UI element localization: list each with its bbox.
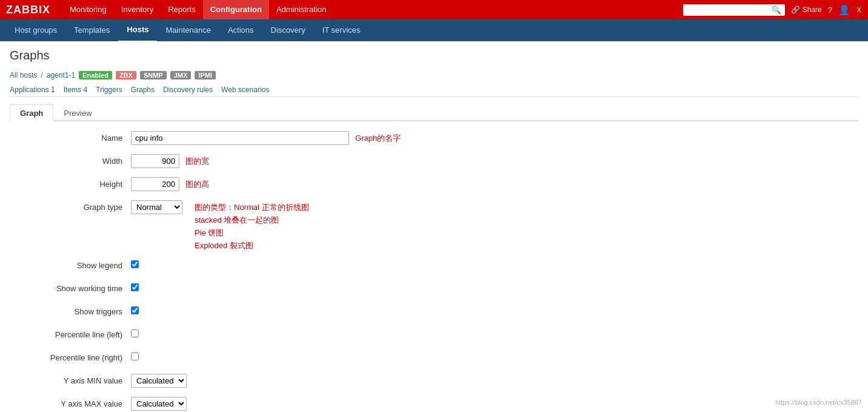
- height-annotation: 图的高: [185, 177, 209, 190]
- y-axis-max-select[interactable]: Calculated Fixed Item: [131, 397, 187, 411]
- height-row: Height 图的高: [22, 177, 846, 193]
- footer-watermark: https://blog.csdn.net/cx35887: [775, 399, 862, 406]
- nav-inventory[interactable]: Inventory: [114, 0, 161, 19]
- graph-type-label: Graph type: [22, 200, 131, 212]
- host-tab-graphs[interactable]: Graphs: [131, 86, 155, 94]
- y-axis-max-row: Y axis MAX value Calculated Fixed Item: [22, 397, 846, 412]
- nav-administration[interactable]: Administration: [269, 0, 333, 19]
- host-tab-applications[interactable]: Applications 1: [10, 86, 55, 94]
- search-box[interactable]: 🔍: [683, 4, 785, 16]
- show-legend-checkbox[interactable]: [131, 260, 139, 268]
- show-working-time-label: Show working time: [22, 282, 131, 293]
- page-content: Graphs All hosts / agent1-1 Enabled ZBX …: [0, 41, 868, 412]
- subnav-discovery[interactable]: Discovery: [262, 19, 314, 41]
- breadcrumb-all-hosts[interactable]: All hosts: [10, 71, 37, 79]
- show-legend-row: Show legend: [22, 258, 846, 274]
- percentile-left-label: Percentile line (left): [22, 328, 131, 339]
- percentile-right-wrap: [131, 351, 139, 360]
- width-row: Width 图的宽: [22, 154, 846, 170]
- host-tab-discovery-rules[interactable]: Discovery rules: [163, 86, 213, 94]
- show-working-time-row: Show working time: [22, 282, 846, 297]
- breadcrumb: All hosts / agent1-1 Enabled ZBX SNMP JM…: [10, 71, 858, 79]
- host-tab-items[interactable]: Items 4: [64, 86, 87, 94]
- name-label: Name: [22, 131, 131, 143]
- height-input[interactable]: [131, 177, 179, 191]
- percentile-left-wrap: [131, 328, 139, 337]
- logo: ZABBIX: [6, 4, 50, 16]
- percentile-right-row: Percentile line (right): [22, 351, 846, 366]
- show-legend-wrap: [131, 258, 139, 268]
- width-label: Width: [22, 154, 131, 166]
- jmx-badge: JMX: [170, 71, 192, 79]
- subnav-host-groups[interactable]: Host groups: [6, 19, 65, 41]
- graph-type-select[interactable]: Normal Stacked Pie Exploded: [131, 200, 182, 214]
- help-icon[interactable]: ?: [828, 5, 832, 15]
- host-tabs: Applications 1 Items 4 Triggers Graphs D…: [10, 86, 858, 97]
- subnav-templates[interactable]: Templates: [65, 19, 118, 41]
- name-row: Name Graph的名字: [22, 131, 846, 147]
- name-input[interactable]: [131, 131, 349, 145]
- top-bar: ZABBIX Monitoring Inventory Reports Conf…: [0, 0, 868, 19]
- percentile-left-checkbox[interactable]: [131, 329, 139, 337]
- percentile-left-row: Percentile line (left): [22, 328, 846, 343]
- subnav-actions[interactable]: Actions: [219, 19, 262, 41]
- search-icon[interactable]: 🔍: [772, 5, 781, 15]
- form-section: Name Graph的名字 Width 图的宽 Height 图的高 Graph…: [10, 131, 858, 412]
- ipmi-badge: IPMI: [195, 71, 216, 79]
- percentile-right-label: Percentile line (right): [22, 351, 131, 362]
- show-working-time-wrap: [131, 282, 139, 291]
- enabled-badge: Enabled: [79, 71, 112, 79]
- name-annotation: Graph的名字: [355, 131, 401, 144]
- percentile-right-checkbox[interactable]: [131, 353, 139, 360]
- show-triggers-wrap: [131, 305, 139, 314]
- tab-graph[interactable]: Graph: [10, 104, 53, 121]
- show-triggers-label: Show triggers: [22, 305, 131, 316]
- nav-monitoring[interactable]: Monitoring: [62, 0, 114, 19]
- top-right: 🔍 🔗 Share ? 👤 ☓: [683, 4, 862, 16]
- show-working-time-checkbox[interactable]: [131, 283, 139, 291]
- graph-type-row: Graph type Normal Stacked Pie Exploded 图…: [22, 200, 846, 251]
- page-title: Graphs: [10, 49, 858, 62]
- width-input[interactable]: [131, 154, 179, 168]
- y-axis-min-label: Y axis MIN value: [22, 374, 131, 385]
- host-tab-web-scenarios[interactable]: Web scenarios: [221, 86, 269, 94]
- y-axis-min-row: Y axis MIN value Calculated Fixed Item: [22, 374, 846, 390]
- graph-type-annotation-stacked: stacked 堆叠在一起的图: [195, 213, 309, 226]
- subnav-maintenance[interactable]: Maintenance: [157, 19, 219, 41]
- host-tab-triggers[interactable]: Triggers: [96, 86, 122, 94]
- subnav-hosts[interactable]: Hosts: [118, 19, 157, 42]
- graph-type-annotation-pie: Pie 饼图: [195, 226, 309, 238]
- search-input[interactable]: [687, 5, 772, 14]
- y-axis-min-select[interactable]: Calculated Fixed Item: [131, 374, 187, 388]
- user-icon[interactable]: 👤: [838, 4, 850, 16]
- height-label: Height: [22, 177, 131, 189]
- breadcrumb-separator: /: [41, 71, 42, 79]
- share-link[interactable]: 🔗 Share: [791, 5, 821, 14]
- sub-nav: Host groups Templates Hosts Maintenance …: [0, 19, 868, 41]
- graph-type-annotation-normal: 图的类型：Normal 正常的折线图: [195, 200, 309, 213]
- top-nav: Monitoring Inventory Reports Configurati…: [62, 0, 683, 19]
- tab-preview[interactable]: Preview: [53, 104, 102, 121]
- breadcrumb-host[interactable]: agent1-1: [47, 71, 75, 79]
- show-triggers-checkbox[interactable]: [131, 306, 139, 314]
- graph-type-annotation-exploded: Exploded 裂式图: [195, 238, 309, 251]
- nav-reports[interactable]: Reports: [161, 0, 203, 19]
- logout-icon[interactable]: ☓: [856, 4, 862, 16]
- show-legend-label: Show legend: [22, 258, 131, 270]
- subnav-it-services[interactable]: IT services: [314, 19, 369, 41]
- show-triggers-row: Show triggers: [22, 305, 846, 320]
- y-axis-max-label: Y axis MAX value: [22, 397, 131, 408]
- zbx-badge: ZBX: [116, 71, 136, 79]
- width-annotation: 图的宽: [185, 154, 209, 167]
- nav-configuration[interactable]: Configuration: [203, 0, 269, 19]
- form-tabs: Graph Preview: [10, 104, 858, 121]
- snmp-badge: SNMP: [140, 71, 167, 79]
